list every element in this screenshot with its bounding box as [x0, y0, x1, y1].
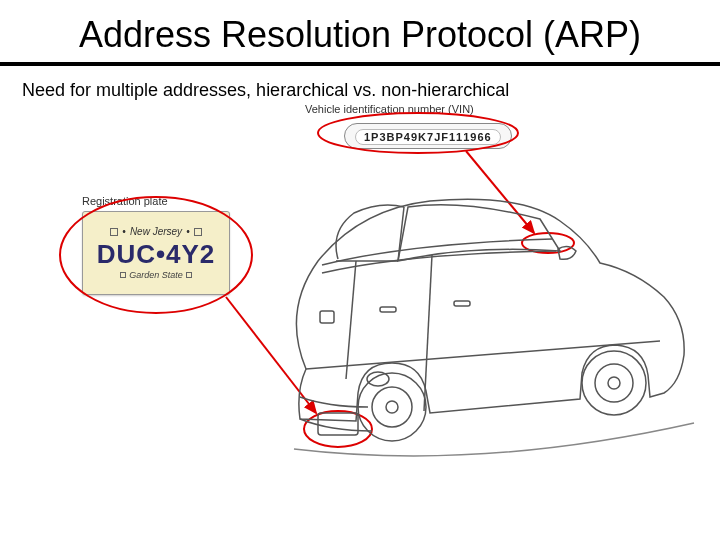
subtitle-text: Need for multiple addresses, hierarchica… — [22, 80, 720, 101]
plate-state-row: • New Jersey • — [110, 226, 201, 237]
plate-label: Registration plate — [82, 195, 168, 207]
plate-tagline-row: Garden State — [120, 270, 192, 280]
vin-value: 1P3BP49K7JF111966 — [355, 129, 501, 145]
svg-rect-2 — [380, 307, 396, 312]
title-divider — [0, 62, 720, 66]
vin-label: Vehicle identification number (VIN) — [305, 103, 474, 115]
plate-state: New Jersey — [130, 226, 182, 237]
illustration-area: Vehicle identification number (VIN) 1P3B… — [0, 111, 720, 511]
svg-rect-0 — [318, 413, 358, 435]
svg-point-5 — [358, 373, 426, 441]
license-plate: • New Jersey • DUC•4Y2 Garden State — [82, 211, 230, 295]
arrow-vin — [466, 151, 534, 233]
plate-dot: • — [122, 226, 126, 237]
front-plate-ellipse — [304, 411, 372, 447]
svg-point-6 — [372, 387, 412, 427]
svg-point-10 — [608, 377, 620, 389]
svg-rect-4 — [320, 311, 334, 323]
svg-point-8 — [582, 351, 646, 415]
plate-dot: • — [186, 226, 190, 237]
plate-bolt-icon — [110, 228, 118, 236]
plate-bolt-icon — [186, 272, 192, 278]
svg-rect-3 — [454, 301, 470, 306]
plate-bolt-icon — [120, 272, 126, 278]
page-title: Address Resolution Protocol (ARP) — [0, 14, 720, 56]
car-outline — [294, 199, 694, 456]
windshield-vin-ellipse — [522, 233, 574, 253]
plate-bolt-icon — [194, 228, 202, 236]
svg-point-9 — [595, 364, 633, 402]
svg-point-7 — [386, 401, 398, 413]
plate-code: DUC•4Y2 — [97, 239, 216, 270]
svg-point-1 — [367, 372, 389, 386]
arrow-plate — [226, 297, 316, 413]
plate-tagline: Garden State — [129, 270, 183, 280]
vin-capsule: 1P3BP49K7JF111966 — [344, 123, 512, 149]
diagram-svg — [0, 111, 720, 511]
